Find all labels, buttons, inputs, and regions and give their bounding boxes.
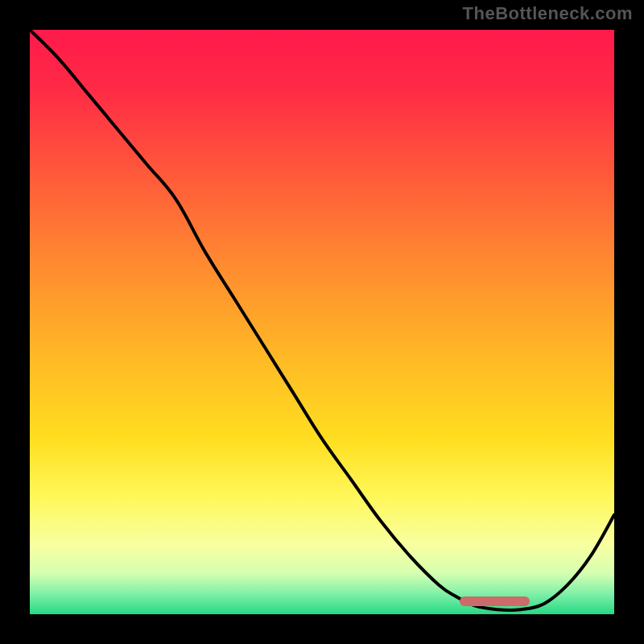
chart-frame: TheBottleneck.com <box>0 0 644 644</box>
gradient-rect <box>30 30 614 614</box>
watermark-text: TheBottleneck.com <box>463 3 633 24</box>
plot-area <box>30 30 614 614</box>
plot-svg <box>30 30 614 614</box>
optimal-range-marker <box>460 597 530 606</box>
